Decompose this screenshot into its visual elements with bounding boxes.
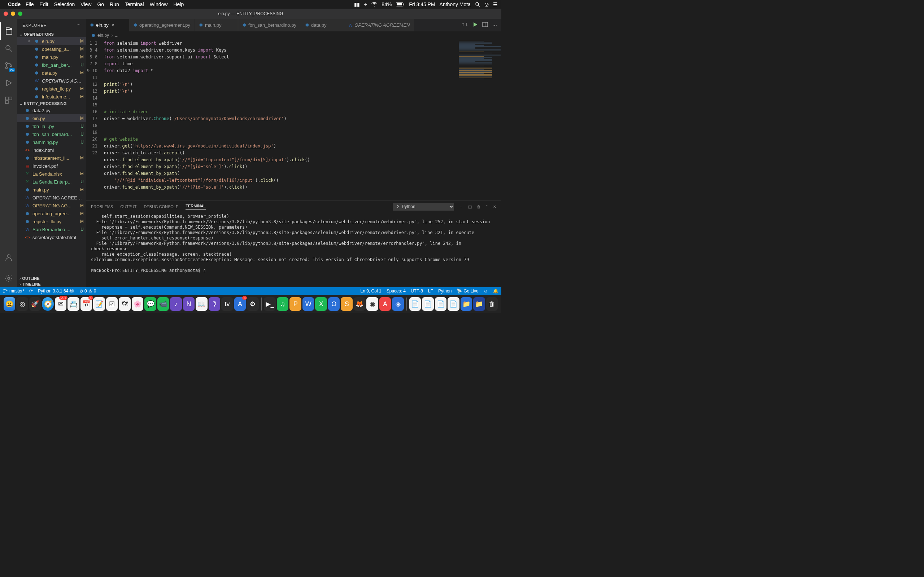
file-tree-item[interactable]: ▤Invoice4.pdf: [17, 162, 86, 170]
dock-maps[interactable]: 🗺: [119, 297, 130, 311]
dock-onenote[interactable]: N: [183, 297, 195, 311]
window-close-button[interactable]: [3, 11, 8, 16]
menu-run[interactable]: Run: [110, 2, 119, 7]
file-tree-item[interactable]: <>secretaryofstate.html: [17, 233, 86, 241]
siri-icon[interactable]: ◎: [485, 2, 489, 7]
battery-percent[interactable]: 84%: [381, 2, 392, 7]
window-zoom-button[interactable]: [18, 11, 23, 16]
menu-help[interactable]: Help: [173, 2, 184, 7]
spotlight-icon[interactable]: [475, 2, 480, 7]
dock-word[interactable]: W: [302, 297, 314, 311]
breadcrumb[interactable]: ⬢ ein.py › ...: [86, 31, 501, 39]
maximize-panel-icon[interactable]: ˄: [486, 205, 488, 209]
sb-python[interactable]: Python 3.8.1 64-bit: [38, 288, 74, 293]
dock-chrome[interactable]: ◉: [366, 297, 378, 311]
open-editor-item[interactable]: ⬢infostateme...M: [17, 93, 86, 101]
menu-view[interactable]: View: [81, 2, 91, 7]
dock-reminders[interactable]: ☑: [106, 297, 118, 311]
dock-acrobat[interactable]: A: [380, 297, 391, 311]
dock-photos[interactable]: 🌸: [132, 297, 143, 311]
dock-notes[interactable]: 📝: [93, 297, 105, 311]
section-open-editors[interactable]: ⌄ OPEN EDITORS: [17, 31, 86, 37]
file-tree-item[interactable]: ⬢main.pyM: [17, 186, 86, 193]
sidebar-more-icon[interactable]: ⋯: [76, 23, 81, 27]
section-outline[interactable]: › OUTLINE: [17, 276, 86, 281]
file-tree-item[interactable]: ⬢operating_agree...M: [17, 210, 86, 218]
file-tree-item[interactable]: WOPERATING AG...M: [17, 201, 86, 210]
file-tree-item[interactable]: XLa Senda.xlsxM: [17, 170, 86, 178]
open-editor-item[interactable]: ⬢operating_a...M: [17, 45, 86, 53]
menu-terminal[interactable]: Terminal: [125, 2, 144, 7]
sb-problems[interactable]: ⊘ 0 ⚠ 0: [79, 288, 96, 293]
dock-siri[interactable]: ◎: [16, 297, 28, 311]
open-editor-item[interactable]: ⬢main.pyM: [17, 53, 86, 61]
panel-tab-output[interactable]: OUTPUT: [120, 205, 136, 209]
file-tree-item[interactable]: WOPERATING AGREEM...: [17, 193, 86, 201]
menu-go[interactable]: Go: [97, 2, 104, 7]
wifi-icon[interactable]: [372, 2, 377, 6]
menu-edit[interactable]: Edit: [40, 2, 48, 7]
file-tree-item[interactable]: ⬢ein.pyM: [17, 114, 86, 122]
dock-sysprefs[interactable]: ⚙: [247, 297, 258, 311]
control-center-icon[interactable]: ☰: [493, 2, 498, 7]
dock-tv[interactable]: tv: [221, 297, 233, 311]
dock-spotify[interactable]: ♫: [277, 297, 288, 311]
file-tree-item[interactable]: WSan Bernardino ...U: [17, 226, 86, 233]
section-project[interactable]: ⌄ ENTITY_PROCESSING: [17, 101, 86, 106]
dock-outlook[interactable]: O: [328, 297, 340, 311]
file-tree-item[interactable]: ⬢register_llc.pyM: [17, 218, 86, 226]
dock-doc4[interactable]: 📄: [447, 297, 459, 311]
open-editor-item[interactable]: ×⬢ein.pyM: [17, 37, 86, 45]
panel-tab-debug[interactable]: DEBUG CONSOLE: [144, 205, 178, 209]
more-actions-icon[interactable]: ⋯: [492, 23, 497, 28]
activity-extensions[interactable]: [0, 92, 17, 109]
sb-branch[interactable]: master*: [3, 288, 24, 293]
file-tree-item[interactable]: ⬢infostatement_ll...M: [17, 154, 86, 162]
sb-cursor[interactable]: Ln 9, Col 1: [360, 288, 381, 293]
dock-launchpad[interactable]: 🚀: [29, 297, 41, 311]
bluetooth-icon[interactable]: ⌖: [364, 2, 367, 8]
file-tree-item[interactable]: ⬢data2.py: [17, 106, 86, 114]
compare-changes-icon[interactable]: [462, 22, 468, 29]
dock-folder2[interactable]: 📁: [473, 297, 485, 311]
sb-sync[interactable]: ⟳: [29, 288, 33, 293]
activity-explorer[interactable]: [0, 23, 17, 40]
menu-selection[interactable]: Selection: [54, 2, 75, 7]
sb-bell-icon[interactable]: 🔔: [493, 288, 498, 293]
dock-excel[interactable]: X: [315, 297, 327, 311]
sb-golive[interactable]: 📡 Go Live: [457, 288, 478, 293]
dock-facetime[interactable]: 📹: [157, 297, 169, 311]
dock-trash[interactable]: 🗑: [486, 297, 498, 311]
dock-vscode[interactable]: ◈: [392, 297, 404, 311]
split-terminal-icon[interactable]: ◫: [468, 205, 472, 209]
editor-tab[interactable]: ⬢operating_agreement.py: [129, 19, 195, 31]
panel-tab-terminal[interactable]: TERMINAL: [186, 204, 206, 210]
clock[interactable]: Fri 3:45 PM: [409, 2, 435, 7]
dock-calendar[interactable]: 📅1: [81, 297, 92, 311]
dock-podcasts[interactable]: 🎙: [208, 297, 220, 311]
dock-doc3[interactable]: 📄: [435, 297, 446, 311]
open-editor-item[interactable]: ⬢data.pyM: [17, 69, 86, 77]
file-tree-item[interactable]: ⬢fbn_san_bernard...U: [17, 130, 86, 138]
menu-file[interactable]: File: [26, 2, 34, 7]
file-tree-item[interactable]: ⬢fbn_la_.pyU: [17, 122, 86, 130]
editor-tab[interactable]: ⬢data.py: [301, 19, 344, 31]
dock-appstore[interactable]: A3: [234, 297, 246, 311]
sb-encoding[interactable]: UTF-8: [411, 288, 423, 293]
dock-books[interactable]: 📖: [195, 297, 207, 311]
open-editor-item[interactable]: ⬢fbn_san_ber...U: [17, 61, 86, 69]
close-panel-icon[interactable]: ✕: [493, 205, 496, 209]
dock-firefox[interactable]: 🦊: [354, 297, 365, 311]
close-icon[interactable]: ×: [28, 39, 32, 44]
dock-folder1[interactable]: 📁: [460, 297, 472, 311]
minimap[interactable]: [458, 39, 501, 200]
new-terminal-icon[interactable]: ＋: [459, 204, 463, 210]
editor-tab[interactable]: WOPERATING AGREEMEN: [344, 19, 415, 31]
dock-mail[interactable]: ✉201: [55, 297, 66, 311]
dock-powerpoint[interactable]: P: [289, 297, 301, 311]
file-tree-item[interactable]: XLa Senda Enterp...U: [17, 178, 86, 186]
window-minimize-button[interactable]: [11, 11, 15, 16]
editor-tab[interactable]: ⬢ein.py×: [86, 19, 129, 31]
dock-itunes[interactable]: ♪: [170, 297, 181, 311]
kill-terminal-icon[interactable]: 🗑: [477, 205, 481, 209]
